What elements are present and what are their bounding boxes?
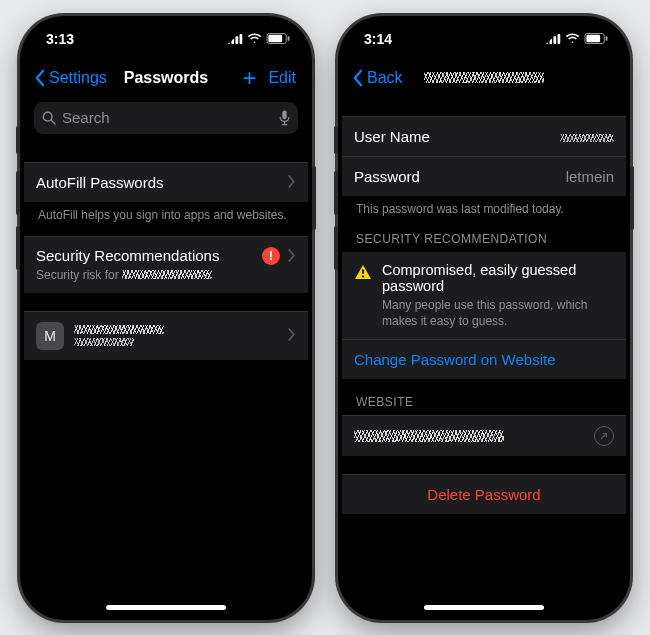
svg-rect-15 xyxy=(558,34,561,44)
mic-icon[interactable] xyxy=(279,110,290,126)
chevron-right-icon xyxy=(288,327,296,344)
svg-rect-19 xyxy=(362,269,364,273)
redacted-username xyxy=(74,338,134,346)
back-label: Settings xyxy=(49,69,107,87)
back-label: Back xyxy=(367,69,403,87)
modified-note: This password was last modified today. xyxy=(342,196,626,216)
password-value: letmein xyxy=(566,168,614,185)
svg-rect-3 xyxy=(240,34,243,44)
delete-password-button[interactable]: Delete Password xyxy=(342,474,626,514)
wifi-icon xyxy=(565,33,580,44)
change-password-link[interactable]: Change Password on Website xyxy=(342,339,626,379)
svg-rect-17 xyxy=(586,35,600,42)
nav-bar: Settings Passwords + Edit xyxy=(24,58,308,98)
add-button[interactable]: + xyxy=(234,64,264,92)
battery-icon xyxy=(584,33,608,44)
password-label: Password xyxy=(354,168,420,185)
back-button[interactable]: Back xyxy=(352,69,424,87)
alert-icon: ! xyxy=(262,247,280,265)
warning-triangle-icon xyxy=(354,264,372,280)
back-button[interactable]: Settings xyxy=(34,69,117,87)
redacted-text xyxy=(122,270,212,279)
nav-bar: Back xyxy=(342,58,626,98)
search-input[interactable] xyxy=(62,109,273,126)
username-label: User Name xyxy=(354,128,430,145)
edit-button[interactable]: Edit xyxy=(268,69,298,87)
section-header-website: WEBSITE xyxy=(342,379,626,415)
redacted-website xyxy=(354,430,504,442)
nav-title xyxy=(424,69,544,87)
open-link-icon[interactable] xyxy=(594,426,614,446)
battery-icon xyxy=(266,33,290,44)
search-field[interactable] xyxy=(34,102,298,134)
autofill-label: AutoFill Passwords xyxy=(36,174,164,191)
chevron-right-icon xyxy=(288,174,296,191)
username-cell[interactable]: User Name xyxy=(342,116,626,156)
status-time: 3:13 xyxy=(46,31,74,47)
saved-password-cell[interactable]: M xyxy=(24,311,308,360)
search-icon xyxy=(42,111,56,125)
svg-line-8 xyxy=(51,120,55,124)
chevron-left-icon xyxy=(34,69,45,87)
svg-rect-9 xyxy=(282,110,286,119)
site-initial-icon: M xyxy=(36,322,64,350)
home-indicator[interactable] xyxy=(106,605,226,610)
status-time: 3:14 xyxy=(364,31,392,47)
chevron-left-icon xyxy=(352,69,363,87)
section-header-recommendation: SECURITY RECOMMENDATION xyxy=(342,216,626,252)
autofill-footer: AutoFill helps you sign into apps and we… xyxy=(24,202,308,236)
website-cell[interactable] xyxy=(342,415,626,456)
warning-body: Many people use this password, which mak… xyxy=(382,297,614,329)
svg-rect-14 xyxy=(553,36,556,44)
autofill-passwords-cell[interactable]: AutoFill Passwords xyxy=(24,162,308,202)
svg-rect-2 xyxy=(235,36,238,44)
svg-rect-6 xyxy=(288,36,290,41)
security-title: Security Recommendations xyxy=(36,247,219,264)
svg-rect-5 xyxy=(268,35,282,42)
warning-title: Compromised, easily guessed password xyxy=(382,262,614,294)
svg-rect-18 xyxy=(606,36,608,41)
home-indicator[interactable] xyxy=(424,605,544,610)
security-warning-cell: Compromised, easily guessed password Man… xyxy=(342,252,626,339)
security-subtitle: Security risk for xyxy=(36,267,296,283)
nav-title: Passwords xyxy=(117,69,216,87)
wifi-icon xyxy=(247,33,262,44)
security-recommendations-cell[interactable]: Security Recommendations ! Security risk… xyxy=(24,236,308,293)
password-cell[interactable]: Password letmein xyxy=(342,156,626,196)
redacted-username-value xyxy=(560,134,614,142)
redacted-site-name xyxy=(74,325,164,334)
svg-point-20 xyxy=(362,275,364,277)
redacted-title xyxy=(424,72,544,83)
chevron-right-icon xyxy=(288,249,296,262)
